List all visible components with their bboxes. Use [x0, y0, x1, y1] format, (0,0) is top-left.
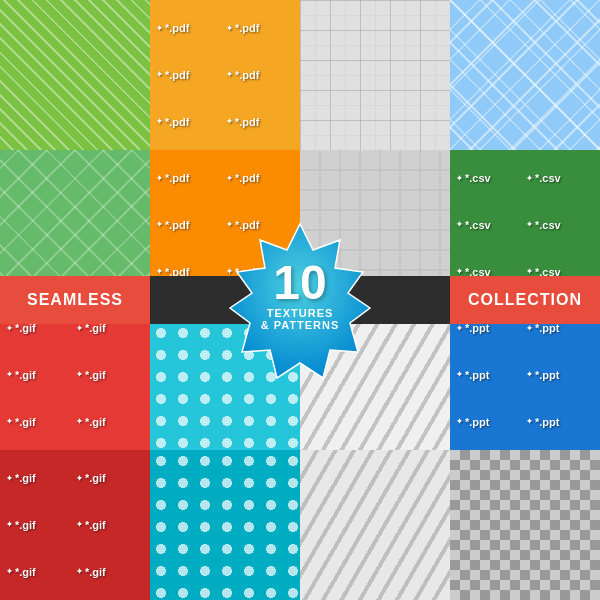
gif2-label-2: *.gif	[76, 456, 144, 501]
csv-label-3: *.csv	[456, 203, 524, 248]
pdf-label-3: *.pdf	[156, 53, 224, 98]
badge-number: 10	[273, 259, 326, 307]
badge-textures: TEXTURES	[267, 307, 334, 319]
badge-patterns: & PATTERNS	[261, 319, 340, 331]
pdf-label-1: *.pdf	[156, 6, 224, 51]
cell-diamonds-blue	[450, 0, 600, 150]
cell-checker	[450, 450, 600, 600]
cell-dots-teal-2	[150, 450, 300, 600]
pdf2-label-1: *.pdf	[156, 156, 224, 201]
gif2-label-3: *.gif	[6, 503, 74, 548]
grid-svg	[300, 0, 450, 150]
ppt-label-5: *.ppt	[456, 399, 524, 444]
gif2-label-6: *.gif	[76, 549, 144, 594]
gif-label-4: *.gif	[76, 353, 144, 398]
cell-stripes-2	[300, 450, 450, 600]
cell-pdf-orange: *.pdf *.pdf *.pdf *.pdf *.pdf *.pdf	[150, 0, 300, 150]
gif-label-6: *.gif	[76, 399, 144, 444]
gif2-label-4: *.gif	[76, 503, 144, 548]
banner-right: COLLECTION	[450, 276, 600, 324]
seamless-label: SEAMLESS	[27, 291, 123, 309]
pdf-label-5: *.pdf	[156, 99, 224, 144]
gif-label-5: *.gif	[6, 399, 74, 444]
csv-label-1: *.csv	[456, 156, 524, 201]
gif2-label-1: *.gif	[6, 456, 74, 501]
pdf2-label-3: *.pdf	[156, 203, 224, 248]
csv-label-2: *.csv	[526, 156, 594, 201]
pdf2-label-2: *.pdf	[226, 156, 294, 201]
main-container: *.pdf *.pdf *.pdf *.pdf *.pdf *.pdf	[0, 0, 600, 600]
gif-label-3: *.gif	[6, 353, 74, 398]
svg-rect-2	[300, 0, 450, 150]
banner-left: SEAMLESS	[0, 276, 150, 324]
collection-label: COLLECTION	[468, 291, 582, 309]
csv-label-4: *.csv	[526, 203, 594, 248]
cell-gif-red-2: *.gif *.gif *.gif *.gif *.gif *.gif	[0, 450, 150, 600]
cell-grid-gray	[300, 0, 450, 150]
center-badge: 10 TEXTURES & PATTERNS	[220, 220, 380, 380]
gif2-label-5: *.gif	[6, 549, 74, 594]
ppt-label-6: *.ppt	[526, 399, 594, 444]
cell-diag-green	[0, 0, 150, 150]
pdf-label-6: *.pdf	[226, 99, 294, 144]
pdf-label-2: *.pdf	[226, 6, 294, 51]
pdf-label-4: *.pdf	[226, 53, 294, 98]
ppt-label-4: *.ppt	[526, 353, 594, 398]
ppt-label-3: *.ppt	[456, 353, 524, 398]
